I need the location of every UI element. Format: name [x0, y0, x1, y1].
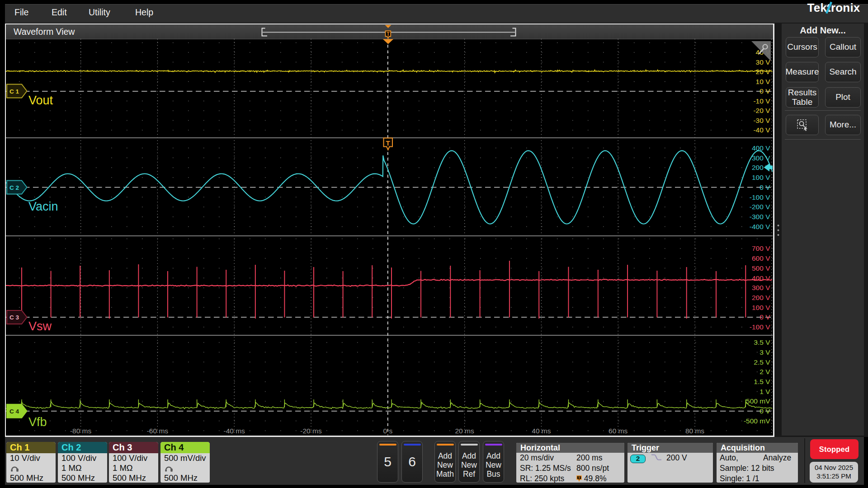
svg-text:C 3: C 3 [9, 314, 19, 321]
svg-text:-20 ms: -20 ms [300, 427, 322, 435]
svg-text:-10 V: -10 V [753, 97, 770, 105]
svg-text:-400 V: -400 V [750, 223, 770, 230]
svg-text:80 ms: 80 ms [685, 427, 704, 435]
svg-text:0 s: 0 s [383, 427, 392, 435]
svg-text:500 mV: 500 mV [746, 397, 770, 405]
svg-text:3.5 V: 3.5 V [754, 338, 770, 346]
svg-text:Vsw: Vsw [28, 319, 52, 333]
svg-text:T: T [578, 476, 580, 480]
svg-text:100 V: 100 V [752, 304, 770, 311]
svg-text:-20 V: -20 V [753, 107, 770, 114]
svg-text:C 1: C 1 [9, 88, 19, 95]
svg-text:1.5 V: 1.5 V [754, 378, 770, 385]
svg-text:-200 V: -200 V [750, 203, 770, 211]
svg-text:40 ms: 40 ms [532, 427, 551, 435]
svg-text:0 V: 0 V [760, 313, 770, 321]
svg-text:200 V: 200 V [752, 294, 770, 301]
svg-text:2 V: 2 V [760, 368, 770, 375]
svg-text:0 V: 0 V [760, 183, 770, 191]
svg-text:Vout: Vout [28, 94, 53, 107]
svg-text:100 V: 100 V [752, 174, 770, 181]
svg-text:-500 mV: -500 mV [744, 417, 770, 425]
svg-text:2.5 V: 2.5 V [754, 358, 770, 366]
svg-text:-100 V: -100 V [750, 193, 770, 201]
svg-text:20 ms: 20 ms [455, 427, 474, 435]
svg-text:Tektronix: Tektronix [807, 1, 860, 14]
svg-text:60 ms: 60 ms [609, 427, 627, 435]
svg-text:600 V: 600 V [752, 254, 770, 262]
svg-text:1 V: 1 V [760, 388, 770, 395]
svg-text:-30 V: -30 V [753, 117, 770, 124]
svg-text:-40 V: -40 V [753, 126, 770, 134]
svg-text:C 4: C 4 [9, 408, 19, 415]
svg-text:3 V: 3 V [760, 348, 770, 356]
svg-text:400 V: 400 V [752, 144, 770, 152]
svg-text:-300 V: -300 V [750, 213, 770, 221]
svg-text:T: T [386, 139, 390, 147]
svg-text:Vacin: Vacin [28, 200, 58, 213]
svg-text:-60 ms: -60 ms [147, 427, 169, 435]
svg-text:500 V: 500 V [752, 264, 770, 272]
svg-text:0 V: 0 V [760, 407, 770, 415]
svg-text:300 V: 300 V [752, 284, 770, 291]
svg-text:-40 ms: -40 ms [224, 427, 245, 435]
svg-text:Vfb: Vfb [28, 415, 47, 429]
svg-text:-80 ms: -80 ms [70, 427, 92, 435]
svg-text:30 V: 30 V [756, 58, 771, 66]
svg-text:700 V: 700 V [752, 244, 770, 252]
svg-text:-100 V: -100 V [750, 323, 770, 331]
svg-text:400 V: 400 V [752, 274, 770, 282]
svg-text:300 V: 300 V [752, 154, 770, 162]
svg-text:20 V: 20 V [756, 68, 771, 75]
svg-text:0 V: 0 V [760, 87, 770, 95]
svg-text:10 V: 10 V [756, 78, 771, 85]
svg-text:C 2: C 2 [9, 184, 19, 191]
svg-text:T: T [387, 31, 390, 37]
